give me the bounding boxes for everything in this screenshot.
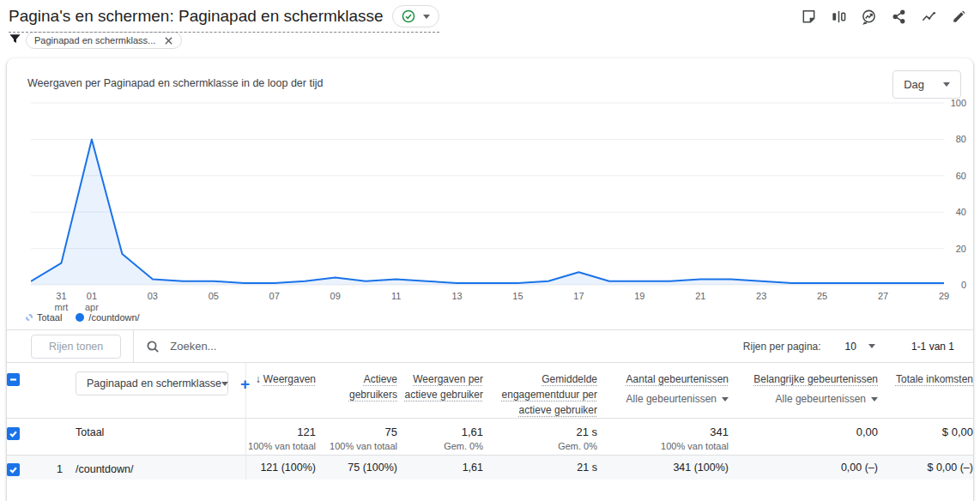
svg-text:03: 03: [148, 291, 158, 301]
svg-text:60: 60: [956, 171, 966, 181]
row-checkbox[interactable]: [7, 427, 20, 440]
legend-marker-hollow-icon: [26, 314, 33, 321]
pagination-range: 1-1 van 1: [911, 341, 954, 353]
event-filter-select[interactable]: Alle gebeurtenissen: [597, 393, 729, 405]
svg-text:apr: apr: [85, 302, 99, 312]
row-checkbox[interactable]: [7, 463, 20, 476]
column-title[interactable]: Totale inkomsten: [896, 373, 973, 385]
svg-text:mrt: mrt: [55, 302, 69, 312]
svg-text:27: 27: [878, 291, 888, 301]
chevron-down-icon: [868, 344, 875, 348]
totals-cell: 121 100% van totaal: [245, 419, 316, 456]
dimension-select[interactable]: Paginapad en schermklasse: [76, 371, 228, 395]
table-toolbar: Rijen tonen Rijen per pagina: 10 1-1 van…: [7, 329, 973, 363]
column-header-event-count[interactable]: Aantal gebeurtenissen Alle gebeurtenisse…: [597, 363, 729, 419]
report-card: Weergaven per Paginapad en schermklasse …: [7, 58, 973, 501]
dimension-header-cell: Paginapad en schermklasse +: [57, 363, 245, 419]
column-title[interactable]: Weergaven per actieve gebruiker: [405, 373, 483, 401]
svg-text:01: 01: [87, 291, 97, 301]
legend-label: /countdown/: [88, 312, 139, 323]
page-title: Pagina's en schermen: Paginapad en scher…: [9, 7, 384, 26]
share-icon[interactable]: [889, 7, 908, 26]
column-title[interactable]: Belangrijke gebeurtenissen: [753, 373, 878, 385]
dimension-select-value: Paginapad en schermklasse: [87, 377, 221, 389]
svg-text:20: 20: [956, 244, 966, 254]
metric-cell: 341 (100%): [597, 456, 729, 480]
sort-descending-icon: ↓: [256, 373, 261, 385]
chevron-down-icon: [423, 15, 430, 19]
filter-funnel-icon[interactable]: [9, 33, 21, 49]
rows-per-page-select[interactable]: 10: [845, 341, 875, 353]
table-row: 1/countdown/ 121 (100%) 75 (100%) 1,61 2…: [7, 456, 973, 480]
edit-icon[interactable]: [949, 7, 968, 26]
svg-text:0: 0: [961, 280, 966, 290]
totals-label: Totaal: [76, 426, 104, 438]
timeseries-chart: 02040608010031mrt01apr030507091113151719…: [31, 98, 966, 312]
report-status-badge[interactable]: [392, 5, 439, 27]
sparkline-icon[interactable]: [919, 7, 938, 26]
chevron-down-icon: [871, 397, 878, 401]
dimension-value-cell: 1/countdown/: [57, 456, 245, 480]
chart-title: Weergaven per Paginapad en schermklasse …: [27, 70, 323, 89]
search-box: [146, 339, 323, 353]
show-rows-button[interactable]: Rijen tonen: [31, 335, 121, 359]
select-all-checkbox[interactable]: [7, 373, 20, 386]
chevron-down-icon: [943, 82, 950, 87]
note-icon[interactable]: [799, 7, 818, 26]
metric-cell: 1,61: [397, 456, 483, 480]
check-circle-icon: [402, 9, 415, 23]
table-header-row: Paginapad en schermklasse + ↓Weergaven A…: [7, 363, 973, 419]
totals-cell: 0,00: [729, 419, 878, 456]
column-header-active-users[interactable]: Actieve gebruikers: [316, 363, 397, 419]
svg-text:25: 25: [817, 291, 827, 301]
legend-item-total[interactable]: Totaal: [26, 312, 62, 323]
interval-select[interactable]: Dag: [892, 70, 961, 99]
chevron-down-icon: [221, 382, 228, 386]
svg-text:19: 19: [634, 291, 644, 301]
column-header-views-per-user[interactable]: Weergaven per actieve gebruiker: [397, 363, 483, 419]
filter-chip-label: Paginapad en schermklass...: [34, 35, 155, 45]
svg-text:11: 11: [391, 291, 401, 301]
svg-text:29: 29: [939, 291, 949, 301]
column-title[interactable]: Actieve gebruikers: [349, 373, 397, 401]
totals-cell: 1,61 Gem. 0%: [397, 419, 483, 456]
column-title[interactable]: Weergaven: [263, 373, 316, 385]
interval-select-value: Dag: [904, 78, 924, 91]
chart-legend: Totaal /countdown/: [7, 312, 973, 329]
close-icon[interactable]: [164, 36, 173, 45]
column-header-key-events[interactable]: Belangrijke gebeurtenissen Alle gebeurte…: [729, 363, 878, 419]
svg-text:05: 05: [209, 291, 219, 301]
metrics-table: Paginapad en schermklasse + ↓Weergaven A…: [7, 363, 973, 480]
event-filter-select[interactable]: Alle gebeurtenissen: [729, 393, 878, 405]
svg-text:23: 23: [756, 291, 766, 301]
column-header-total-revenue[interactable]: Totale inkomsten: [878, 363, 973, 419]
svg-text:07: 07: [269, 291, 280, 301]
insights-bubble-icon[interactable]: [859, 7, 878, 26]
column-title[interactable]: Aantal gebeurtenissen: [626, 373, 729, 385]
row-index: 1: [57, 463, 76, 475]
column-header-avg-engagement[interactable]: Gemiddelde engagementduur per actieve ge…: [483, 363, 597, 419]
add-column-button[interactable]: +: [240, 376, 250, 392]
search-input[interactable]: [168, 339, 323, 353]
metric-cell: 75 (100%): [316, 456, 397, 480]
rows-per-page-value: 10: [845, 341, 856, 353]
column-header-views[interactable]: ↓Weergaven: [245, 363, 316, 419]
totals-label-cell: Totaal: [57, 419, 245, 456]
filter-chip[interactable]: Paginapad en schermklass...: [26, 32, 182, 49]
svg-text:40: 40: [956, 207, 966, 217]
svg-text:80: 80: [956, 134, 966, 144]
svg-text:17: 17: [573, 291, 584, 301]
toolbar-divider: [133, 330, 134, 362]
legend-item-countdown[interactable]: /countdown/: [76, 312, 139, 323]
totals-cell: 341 100% van totaal: [597, 419, 729, 456]
totals-cell: 21 s Gem. 0%: [483, 419, 597, 456]
metric-cell: 121 (100%): [245, 456, 316, 480]
ab-comparison-icon[interactable]: [829, 7, 848, 26]
row-checkbox-cell: [7, 419, 57, 456]
metric-cell: 0,00 (–): [729, 456, 878, 480]
legend-label: Totaal: [37, 312, 62, 323]
column-title[interactable]: Gemiddelde engagementduur per actieve ge…: [502, 373, 597, 416]
svg-text:100: 100: [951, 98, 966, 108]
totals-cell: 75 100% van totaal: [316, 419, 397, 456]
header-toolbar: [799, 7, 968, 26]
